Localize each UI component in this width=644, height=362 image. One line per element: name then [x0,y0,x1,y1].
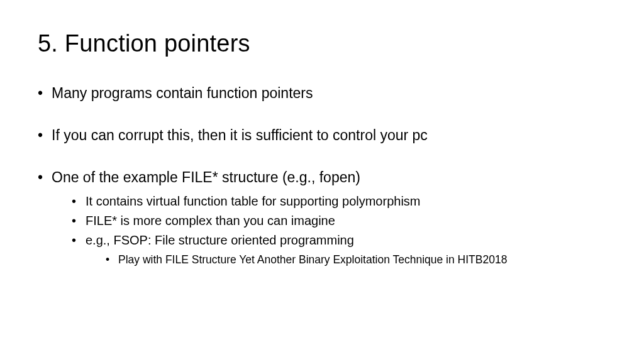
bullet-item: Many programs contain function pointers [38,84,606,103]
bullet-sub-text: e.g., FSOP: File structure oriented prog… [86,233,354,247]
bullet-sub-item: FILE* is more complex than you can imagi… [72,212,606,230]
bullet-sub-item: It contains virtual function table for s… [72,192,606,211]
bullet-list-level2: It contains virtual function table for s… [52,192,606,268]
bullet-item: If you can corrupt this, then it is suff… [38,126,606,145]
bullet-list-level3: Play with FILE Structure Yet Another Bin… [86,252,606,268]
slide-title: 5. Function pointers [38,30,606,57]
bullet-list-level1: Many programs contain function pointers … [38,84,606,268]
bullet-item: One of the example FILE* structure (e.g.… [38,168,606,268]
bullet-sub-item: e.g., FSOP: File structure oriented prog… [72,231,606,268]
bullet-detail-item: Play with FILE Structure Yet Another Bin… [106,252,606,268]
bullet-text: One of the example FILE* structure (e.g.… [52,169,360,185]
